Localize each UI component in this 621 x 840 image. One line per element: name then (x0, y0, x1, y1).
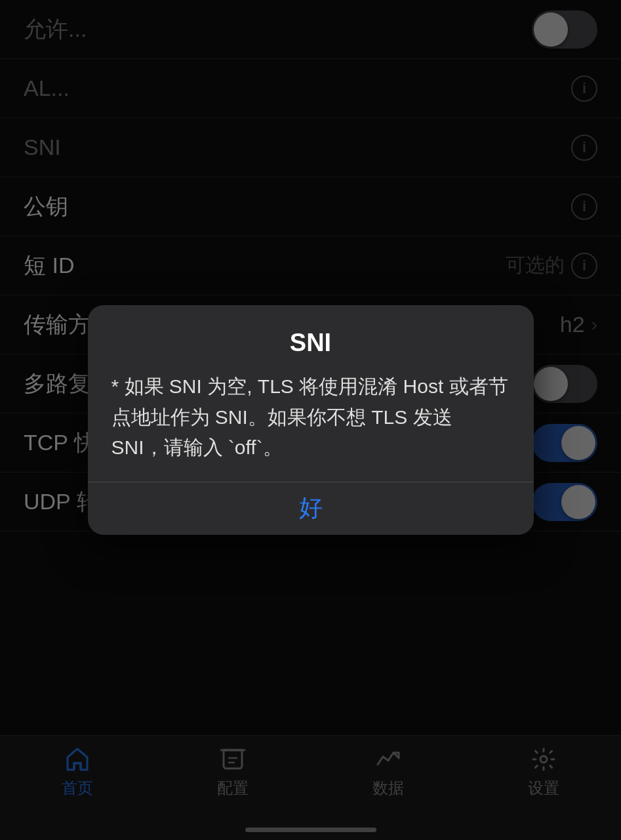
modal-ok-button[interactable]: 好 (88, 482, 534, 535)
sni-modal: SNI * 如果 SNI 为空, TLS 将使用混淆 Host 或者节点地址作为… (88, 305, 534, 535)
modal-title: SNI (111, 329, 510, 357)
modal-ok-label: 好 (299, 492, 323, 524)
modal-text: * 如果 SNI 为空, TLS 将使用混淆 Host 或者节点地址作为 SNI… (111, 371, 510, 463)
modal-overlay[interactable]: SNI * 如果 SNI 为空, TLS 将使用混淆 Host 或者节点地址作为… (0, 0, 621, 840)
modal-body: SNI * 如果 SNI 为空, TLS 将使用混淆 Host 或者节点地址作为… (88, 305, 534, 482)
